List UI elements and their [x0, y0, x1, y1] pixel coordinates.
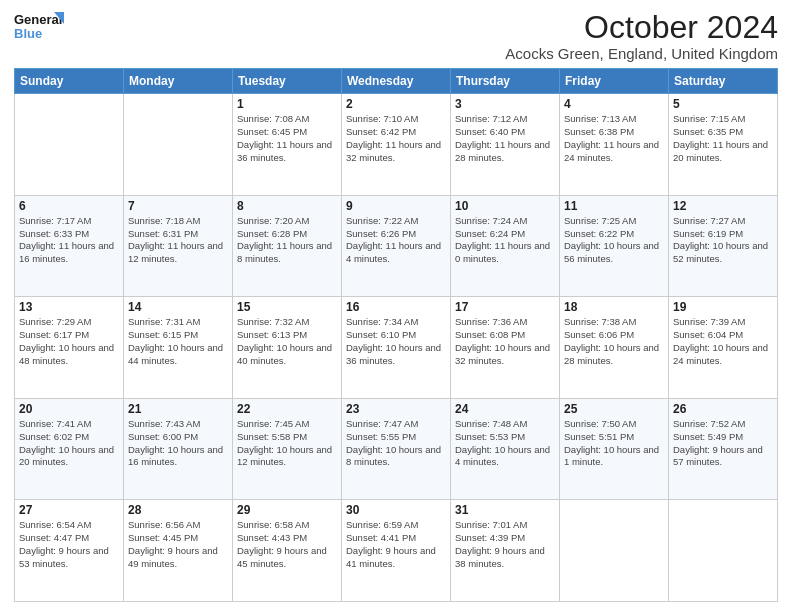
- page: General Blue October 2024 Acocks Green, …: [0, 0, 792, 612]
- day-info: Sunrise: 7:34 AM Sunset: 6:10 PM Dayligh…: [346, 316, 446, 367]
- cell-week2-day4: 17Sunrise: 7:36 AM Sunset: 6:08 PM Dayli…: [451, 297, 560, 399]
- day-number: 9: [346, 199, 446, 213]
- cell-week4-day0: 27Sunrise: 6:54 AM Sunset: 4:47 PM Dayli…: [15, 500, 124, 602]
- day-info: Sunrise: 6:54 AM Sunset: 4:47 PM Dayligh…: [19, 519, 119, 570]
- cell-week4-day2: 29Sunrise: 6:58 AM Sunset: 4:43 PM Dayli…: [233, 500, 342, 602]
- day-info: Sunrise: 7:39 AM Sunset: 6:04 PM Dayligh…: [673, 316, 773, 367]
- day-info: Sunrise: 7:24 AM Sunset: 6:24 PM Dayligh…: [455, 215, 555, 266]
- cell-week2-day1: 14Sunrise: 7:31 AM Sunset: 6:15 PM Dayli…: [124, 297, 233, 399]
- main-title: October 2024: [505, 10, 778, 45]
- day-info: Sunrise: 7:15 AM Sunset: 6:35 PM Dayligh…: [673, 113, 773, 164]
- calendar-table: SundayMondayTuesdayWednesdayThursdayFrid…: [14, 68, 778, 602]
- day-info: Sunrise: 7:22 AM Sunset: 6:26 PM Dayligh…: [346, 215, 446, 266]
- col-header-friday: Friday: [560, 69, 669, 94]
- cell-week1-day6: 12Sunrise: 7:27 AM Sunset: 6:19 PM Dayli…: [669, 195, 778, 297]
- cell-week1-day2: 8Sunrise: 7:20 AM Sunset: 6:28 PM Daylig…: [233, 195, 342, 297]
- cell-week4-day1: 28Sunrise: 6:56 AM Sunset: 4:45 PM Dayli…: [124, 500, 233, 602]
- day-number: 15: [237, 300, 337, 314]
- day-info: Sunrise: 7:41 AM Sunset: 6:02 PM Dayligh…: [19, 418, 119, 469]
- day-number: 23: [346, 402, 446, 416]
- day-number: 12: [673, 199, 773, 213]
- day-info: Sunrise: 6:58 AM Sunset: 4:43 PM Dayligh…: [237, 519, 337, 570]
- day-number: 28: [128, 503, 228, 517]
- cell-week4-day6: [669, 500, 778, 602]
- day-info: Sunrise: 7:01 AM Sunset: 4:39 PM Dayligh…: [455, 519, 555, 570]
- day-info: Sunrise: 7:12 AM Sunset: 6:40 PM Dayligh…: [455, 113, 555, 164]
- day-info: Sunrise: 7:18 AM Sunset: 6:31 PM Dayligh…: [128, 215, 228, 266]
- day-number: 11: [564, 199, 664, 213]
- svg-text:General: General: [14, 12, 62, 27]
- day-info: Sunrise: 7:43 AM Sunset: 6:00 PM Dayligh…: [128, 418, 228, 469]
- day-info: Sunrise: 6:59 AM Sunset: 4:41 PM Dayligh…: [346, 519, 446, 570]
- cell-week1-day0: 6Sunrise: 7:17 AM Sunset: 6:33 PM Daylig…: [15, 195, 124, 297]
- cell-week1-day4: 10Sunrise: 7:24 AM Sunset: 6:24 PM Dayli…: [451, 195, 560, 297]
- subtitle: Acocks Green, England, United Kingdom: [505, 45, 778, 62]
- day-number: 29: [237, 503, 337, 517]
- day-info: Sunrise: 7:52 AM Sunset: 5:49 PM Dayligh…: [673, 418, 773, 469]
- day-info: Sunrise: 6:56 AM Sunset: 4:45 PM Dayligh…: [128, 519, 228, 570]
- cell-week0-day2: 1Sunrise: 7:08 AM Sunset: 6:45 PM Daylig…: [233, 94, 342, 196]
- cell-week3-day3: 23Sunrise: 7:47 AM Sunset: 5:55 PM Dayli…: [342, 398, 451, 500]
- day-info: Sunrise: 7:38 AM Sunset: 6:06 PM Dayligh…: [564, 316, 664, 367]
- day-number: 22: [237, 402, 337, 416]
- header: General Blue October 2024 Acocks Green, …: [14, 10, 778, 62]
- day-info: Sunrise: 7:47 AM Sunset: 5:55 PM Dayligh…: [346, 418, 446, 469]
- day-info: Sunrise: 7:32 AM Sunset: 6:13 PM Dayligh…: [237, 316, 337, 367]
- cell-week0-day5: 4Sunrise: 7:13 AM Sunset: 6:38 PM Daylig…: [560, 94, 669, 196]
- day-number: 13: [19, 300, 119, 314]
- day-info: Sunrise: 7:17 AM Sunset: 6:33 PM Dayligh…: [19, 215, 119, 266]
- cell-week0-day0: [15, 94, 124, 196]
- cell-week0-day3: 2Sunrise: 7:10 AM Sunset: 6:42 PM Daylig…: [342, 94, 451, 196]
- cell-week3-day5: 25Sunrise: 7:50 AM Sunset: 5:51 PM Dayli…: [560, 398, 669, 500]
- cell-week2-day3: 16Sunrise: 7:34 AM Sunset: 6:10 PM Dayli…: [342, 297, 451, 399]
- cell-week3-day1: 21Sunrise: 7:43 AM Sunset: 6:00 PM Dayli…: [124, 398, 233, 500]
- col-header-wednesday: Wednesday: [342, 69, 451, 94]
- col-header-tuesday: Tuesday: [233, 69, 342, 94]
- day-number: 1: [237, 97, 337, 111]
- col-header-saturday: Saturday: [669, 69, 778, 94]
- cell-week2-day2: 15Sunrise: 7:32 AM Sunset: 6:13 PM Dayli…: [233, 297, 342, 399]
- cell-week3-day4: 24Sunrise: 7:48 AM Sunset: 5:53 PM Dayli…: [451, 398, 560, 500]
- day-info: Sunrise: 7:13 AM Sunset: 6:38 PM Dayligh…: [564, 113, 664, 164]
- cell-week0-day4: 3Sunrise: 7:12 AM Sunset: 6:40 PM Daylig…: [451, 94, 560, 196]
- cell-week1-day5: 11Sunrise: 7:25 AM Sunset: 6:22 PM Dayli…: [560, 195, 669, 297]
- cell-week3-day2: 22Sunrise: 7:45 AM Sunset: 5:58 PM Dayli…: [233, 398, 342, 500]
- day-number: 27: [19, 503, 119, 517]
- day-number: 20: [19, 402, 119, 416]
- day-info: Sunrise: 7:27 AM Sunset: 6:19 PM Dayligh…: [673, 215, 773, 266]
- day-number: 26: [673, 402, 773, 416]
- cell-week1-day3: 9Sunrise: 7:22 AM Sunset: 6:26 PM Daylig…: [342, 195, 451, 297]
- day-number: 25: [564, 402, 664, 416]
- day-number: 24: [455, 402, 555, 416]
- day-info: Sunrise: 7:50 AM Sunset: 5:51 PM Dayligh…: [564, 418, 664, 469]
- col-header-sunday: Sunday: [15, 69, 124, 94]
- day-info: Sunrise: 7:20 AM Sunset: 6:28 PM Dayligh…: [237, 215, 337, 266]
- logo-svg: General Blue: [14, 10, 64, 42]
- day-number: 16: [346, 300, 446, 314]
- cell-week0-day6: 5Sunrise: 7:15 AM Sunset: 6:35 PM Daylig…: [669, 94, 778, 196]
- logo: General Blue: [14, 10, 64, 42]
- title-block: October 2024 Acocks Green, England, Unit…: [505, 10, 778, 62]
- day-number: 31: [455, 503, 555, 517]
- day-info: Sunrise: 7:36 AM Sunset: 6:08 PM Dayligh…: [455, 316, 555, 367]
- day-number: 8: [237, 199, 337, 213]
- day-info: Sunrise: 7:45 AM Sunset: 5:58 PM Dayligh…: [237, 418, 337, 469]
- col-header-monday: Monday: [124, 69, 233, 94]
- cell-week3-day0: 20Sunrise: 7:41 AM Sunset: 6:02 PM Dayli…: [15, 398, 124, 500]
- day-info: Sunrise: 7:08 AM Sunset: 6:45 PM Dayligh…: [237, 113, 337, 164]
- svg-text:Blue: Blue: [14, 26, 42, 41]
- cell-week4-day4: 31Sunrise: 7:01 AM Sunset: 4:39 PM Dayli…: [451, 500, 560, 602]
- day-number: 6: [19, 199, 119, 213]
- day-number: 7: [128, 199, 228, 213]
- day-number: 3: [455, 97, 555, 111]
- day-info: Sunrise: 7:25 AM Sunset: 6:22 PM Dayligh…: [564, 215, 664, 266]
- cell-week1-day1: 7Sunrise: 7:18 AM Sunset: 6:31 PM Daylig…: [124, 195, 233, 297]
- cell-week2-day0: 13Sunrise: 7:29 AM Sunset: 6:17 PM Dayli…: [15, 297, 124, 399]
- day-number: 4: [564, 97, 664, 111]
- day-info: Sunrise: 7:31 AM Sunset: 6:15 PM Dayligh…: [128, 316, 228, 367]
- cell-week2-day6: 19Sunrise: 7:39 AM Sunset: 6:04 PM Dayli…: [669, 297, 778, 399]
- day-number: 5: [673, 97, 773, 111]
- day-number: 19: [673, 300, 773, 314]
- cell-week0-day1: [124, 94, 233, 196]
- day-number: 18: [564, 300, 664, 314]
